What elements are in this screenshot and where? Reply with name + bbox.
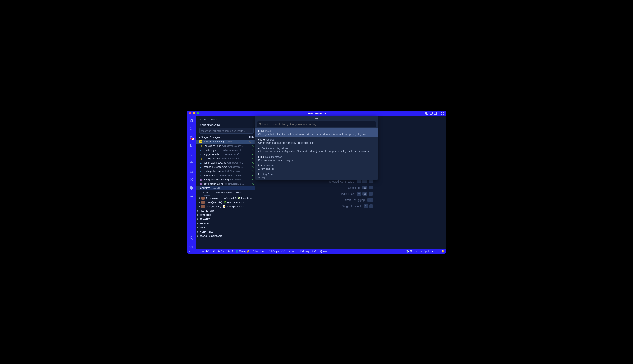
remote-explorer-icon[interactable] (189, 152, 194, 157)
commit-type-option[interactable]: buildBuildsChanges that affect the build… (256, 128, 377, 137)
accounts-icon[interactable] (189, 236, 194, 240)
commit-type-short: Chores (266, 138, 274, 141)
file-row[interactable]: M↓suggested-ide.mdwebsite/docs/co…A (196, 152, 256, 156)
unstage-icon[interactable]: − (247, 140, 248, 143)
quick-input: 1/6 → buildBuildsChanges that affect the… (256, 116, 377, 180)
extensions-icon[interactable] (189, 160, 194, 165)
pull-request-indicator[interactable]: ⎌Pull Request #67 (298, 250, 317, 252)
copilot-icon[interactable]: ☻ (431, 250, 434, 252)
section-label: WORKTREES (199, 231, 213, 233)
notifications-icon[interactable]: 🔔 (442, 250, 445, 252)
file-path: website/docs/cont… (223, 149, 251, 152)
traffic-lights (189, 112, 199, 114)
maximize-window-button[interactable] (197, 112, 199, 114)
file-status: A (252, 174, 254, 177)
file-row[interactable]: ▦save-action-1.pngwebsite/static/im…A (196, 182, 256, 186)
commit-type-option[interactable]: fixBug FixesA bug fix (256, 172, 377, 180)
chevron-right-icon (197, 235, 198, 237)
keycap: ⌃ (363, 204, 368, 208)
search-icon[interactable] (189, 126, 194, 131)
close-window-button[interactable] (189, 112, 191, 114)
sidebar-title: SOURCE CONTROL (199, 118, 221, 121)
testing-icon[interactable] (189, 168, 194, 174)
feedback-icon[interactable]: ☺ (437, 250, 439, 252)
commits-section-header[interactable]: COMMITS issue-47 (196, 186, 256, 190)
keycap: ⇧ (357, 180, 361, 183)
go-live-button[interactable]: 📡Go Live (406, 250, 418, 252)
keycap: F5 (367, 198, 373, 202)
file-row[interactable]: M↓branch-protection.mdwebsite/doc…A (196, 165, 256, 169)
file-name: action-workflows.md (203, 161, 226, 164)
file-row[interactable]: M↓action-workflows.mdwebsite/docs/…A (196, 161, 256, 165)
sidebar-more-icon[interactable]: ⋯ (249, 118, 252, 122)
user-indicator[interactable]: 👤Wasiq🔐 (236, 250, 250, 252)
section-branches[interactable]: BRANCHES (196, 213, 256, 217)
file-path: website/docs/… (227, 162, 251, 164)
person-icon: 👤 (236, 250, 238, 252)
sync-button[interactable]: ⟳ (213, 250, 215, 252)
staged-count-badge: 12 (249, 136, 254, 138)
source-control-icon[interactable]: 15 (189, 135, 194, 140)
file-status: A (252, 153, 254, 156)
file-row[interactable]: { }_category_.jsonwebsite/docs/contri…A (196, 156, 256, 161)
file-row[interactable]: M↓structure.mdwebsite/docs/contribut…A (196, 173, 256, 178)
section-file-history[interactable]: FILE HISTORY (196, 209, 256, 213)
section-tags[interactable]: TAGS (196, 226, 256, 230)
prettier-indicator[interactable]: ⬡✓ (281, 250, 285, 252)
commit-type-option[interactable]: docsDocumentationDocumentation only chan… (256, 154, 377, 163)
error-icon: ⊗ (218, 250, 220, 252)
commit-type-option[interactable]: featFeaturesA new feature (256, 163, 377, 172)
file-row[interactable]: JSdocusaurus.config.jsweb…↶−1, M (196, 140, 256, 144)
commit-type-option[interactable]: ciContinuous IntegrationsChanges to our … (256, 146, 377, 154)
remote-indicator[interactable]: ⟋⟍ (188, 250, 193, 252)
commit-row[interactable]: chore(website): ♻️ refactored api s… (196, 200, 256, 204)
problems-indicator[interactable]: ⊗3 ⚠0 ⓘ8 (218, 250, 233, 253)
commit-type-short: Continuous Integrations (262, 147, 288, 150)
spell-check-indicator[interactable]: ✓ Spell (420, 250, 429, 252)
live-share-button[interactable]: ⇪Live Share (252, 250, 266, 252)
explorer-icon[interactable] (189, 118, 194, 123)
file-row[interactable]: M↓coding-style.mdwebsite/docs/contr…A (196, 169, 256, 173)
section-remotes[interactable]: REMOTES (196, 217, 256, 221)
branch-indicator[interactable]: ⎇issue-47*+ (196, 250, 210, 252)
sync-status: ☁ Up to date with origin on GitHub (196, 190, 256, 195)
scm-section-header[interactable]: SOURCE CONTROL (196, 123, 256, 127)
quokka-indicator[interactable]: Quokka (320, 250, 328, 252)
minimize-window-button[interactable] (193, 112, 195, 114)
more-icon[interactable] (189, 194, 194, 199)
file-row[interactable]: M↓build-project.mdwebsite/docs/cont…A (196, 148, 256, 152)
discard-icon[interactable]: ↶ (244, 140, 246, 143)
warning-icon: ⚠ (223, 250, 225, 252)
gitlens-icon[interactable] (189, 177, 194, 182)
shortcut-label: Toggle Terminal (342, 205, 361, 208)
file-path: website/docs/contribut… (219, 174, 251, 177)
section-worktrees[interactable]: WORKTREES (196, 230, 256, 234)
toggle-sidebar-button[interactable] (426, 112, 429, 115)
toggle-secondary-sidebar-button[interactable] (434, 112, 437, 115)
toggle-panel-button[interactable] (430, 112, 433, 115)
file-status: ↶−1, M (244, 140, 254, 143)
commit-row[interactable]: docs(website): 📝 adding contribut… (196, 204, 256, 209)
file-row[interactable]: ▦intellij-preferences.pngwebsite/sta…A (196, 178, 256, 182)
file-name: build-project.md (203, 149, 222, 152)
file-name: suggested-ide.md (203, 153, 223, 156)
commit-message-input[interactable]: Message (⌘Enter to commit on 'issue-… (199, 128, 254, 134)
section-search-compare[interactable]: SEARCH & COMPARE (196, 234, 256, 238)
settings-gear-icon[interactable] (189, 244, 194, 249)
customize-layout-button[interactable] (441, 112, 444, 115)
shortcut-label: Start Debugging (345, 198, 364, 202)
commit-type-option[interactable]: choreChoresOther changes that don't modi… (256, 137, 377, 146)
run-debug-icon[interactable] (189, 143, 194, 148)
git-graph-button[interactable]: Git Graph (269, 250, 279, 252)
welcome-shortcuts: Show All Commands⇧⌘PGo to File⌘PFind in … (329, 180, 373, 208)
github-icon[interactable] (189, 186, 194, 190)
staged-changes-header[interactable]: Staged Changes 12 (196, 135, 256, 140)
staged-file-list: JSdocusaurus.config.jsweb…↶−1, M{ }_cate… (196, 140, 256, 186)
file-row[interactable]: { }_category_.jsonwebsite/docs/contri…A (196, 144, 256, 148)
commit-row[interactable]: ❪ origin ❫➤ fix(website): ✅ fixed br… (196, 196, 256, 200)
quick-input-field[interactable] (257, 121, 376, 127)
section-stashes[interactable]: STASHES (196, 221, 256, 226)
theme-indicator[interactable]: ◇blue (288, 250, 295, 252)
next-step-arrow-icon[interactable]: → (372, 116, 375, 121)
shortcut-label: Go to File (348, 186, 360, 189)
